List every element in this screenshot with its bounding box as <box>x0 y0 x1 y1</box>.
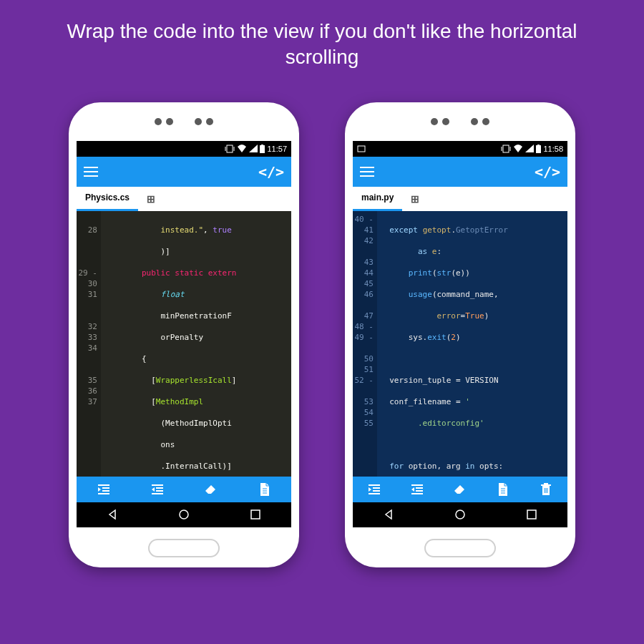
android-status-bar: 11:57 <box>77 141 291 157</box>
file-tab[interactable]: Physics.cs <box>77 187 138 211</box>
vibrate-icon <box>225 145 235 153</box>
nav-home-icon[interactable] <box>454 508 467 521</box>
svg-rect-22 <box>536 145 541 153</box>
svg-rect-37 <box>544 483 548 484</box>
indent-icon[interactable] <box>77 477 130 502</box>
status-time: 11:57 <box>267 145 287 153</box>
menu-icon[interactable] <box>84 167 98 177</box>
file-icon[interactable] <box>482 477 525 502</box>
svg-rect-36 <box>541 484 551 486</box>
svg-rect-0 <box>227 145 233 152</box>
tab-bar: main.py ⊞ <box>353 187 567 211</box>
nav-recent-icon[interactable] <box>525 508 538 521</box>
wifi-icon <box>237 145 247 152</box>
promo-headline: Wrap the code into the view if you don't… <box>0 0 644 78</box>
wifi-icon <box>513 145 523 152</box>
app-toolbar: </> <box>353 157 567 187</box>
status-time: 11:58 <box>543 145 563 153</box>
outdent-icon[interactable] <box>130 477 184 502</box>
outdent-icon[interactable] <box>396 477 439 502</box>
indent-icon[interactable] <box>353 477 396 502</box>
phone-screen: 11:58 </> main.py ⊞ 40 -4142434445464748… <box>353 141 567 527</box>
app-toolbar: </> <box>77 157 291 187</box>
bottom-toolbar <box>353 477 567 502</box>
phone-home-button <box>424 539 496 557</box>
signal-icon <box>525 145 534 152</box>
menu-icon[interactable] <box>360 167 374 177</box>
svg-rect-42 <box>527 510 536 519</box>
phone-mockup-left: 11:57 </> Physics.cs ⊞ 2829 -30313233343… <box>69 102 299 567</box>
svg-rect-4 <box>261 145 263 145</box>
svg-rect-19 <box>503 145 509 152</box>
bottom-toolbar <box>77 477 291 502</box>
phone-mockup-right: 11:58 </> main.py ⊞ 40 -4142434445464748… <box>345 102 575 567</box>
battery-icon <box>260 145 265 153</box>
code-icon[interactable]: </> <box>535 163 560 180</box>
code-content: instead.", true )] public static extern … <box>101 211 291 477</box>
add-tab-icon[interactable]: ⊞ <box>402 193 428 205</box>
code-editor[interactable]: 40 -4142434445464748 -49 -505152 -535455… <box>353 211 567 477</box>
phone-home-button <box>148 539 220 557</box>
android-nav-bar <box>353 502 567 527</box>
svg-point-41 <box>456 510 464 519</box>
file-tab[interactable]: main.py <box>353 187 402 211</box>
svg-point-16 <box>180 510 188 519</box>
android-status-bar: 11:58 <box>353 141 567 157</box>
line-gutter: 2829 -3031323334353637 <box>77 211 101 477</box>
line-gutter: 40 -4142434445464748 -49 -505152 -535455 <box>353 211 377 477</box>
svg-rect-18 <box>358 146 365 152</box>
eraser-icon[interactable] <box>184 477 238 502</box>
code-content: except getopt.GetoptError as e: print(st… <box>377 211 567 477</box>
nav-back-icon[interactable] <box>382 508 395 521</box>
eraser-icon[interactable] <box>439 477 482 502</box>
add-tab-icon[interactable]: ⊞ <box>138 193 164 205</box>
nav-back-icon[interactable] <box>106 508 119 521</box>
svg-rect-17 <box>251 510 260 519</box>
code-icon[interactable]: </> <box>258 163 284 180</box>
file-icon[interactable] <box>238 477 291 502</box>
svg-rect-23 <box>537 145 540 145</box>
battery-icon <box>536 145 541 153</box>
nav-home-icon[interactable] <box>177 508 190 521</box>
trash-icon[interactable] <box>525 477 567 502</box>
code-editor[interactable]: 2829 -3031323334353637 instead.", true )… <box>77 211 291 477</box>
svg-rect-3 <box>260 145 265 153</box>
vibrate-icon <box>501 145 511 153</box>
nav-recent-icon[interactable] <box>249 508 262 521</box>
phone-screen: 11:57 </> Physics.cs ⊞ 2829 -30313233343… <box>77 141 291 527</box>
tab-bar: Physics.cs ⊞ <box>77 187 291 211</box>
android-nav-bar <box>77 502 291 527</box>
notification-icon <box>357 145 366 153</box>
signal-icon <box>249 145 258 152</box>
